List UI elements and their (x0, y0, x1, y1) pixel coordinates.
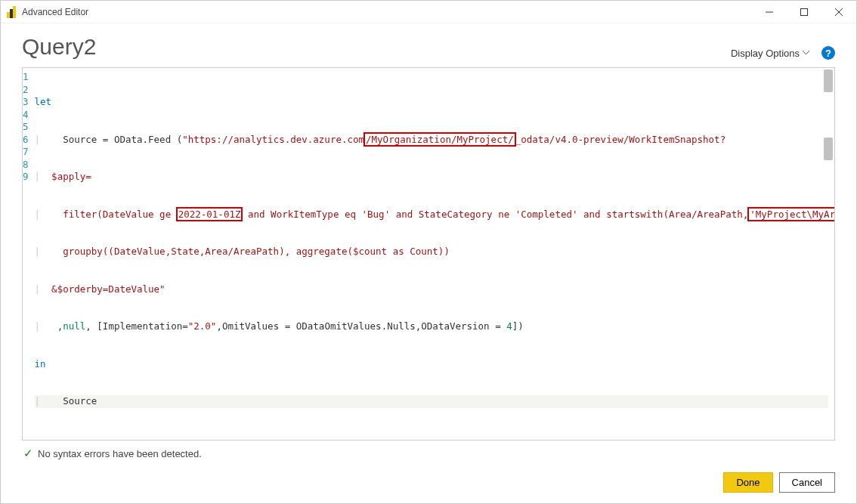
url-org-project-highlight: /MyOrganization/MyProject/ (364, 132, 516, 147)
header-row: Query2 Display Options ? (22, 34, 835, 60)
title-bar: Advanced Editor (1, 1, 856, 23)
window-title: Advanced Editor (22, 7, 88, 17)
code-editor[interactable]: 1 2 3 4 5 6 7 8 9 let | Source = OData.F… (22, 67, 835, 441)
minimize-button[interactable] (752, 1, 787, 23)
done-button[interactable]: Done (723, 472, 772, 493)
display-options-dropdown[interactable]: Display Options (731, 48, 809, 59)
app-icon (7, 6, 16, 18)
editor-scrollbar[interactable] (822, 70, 833, 438)
display-options-label: Display Options (731, 48, 800, 59)
status-text: No syntax errors have been detected. (38, 448, 202, 459)
svg-rect-1 (801, 8, 808, 15)
maximize-button[interactable] (787, 1, 821, 23)
syntax-status: ✓ No syntax errors have been detected. (22, 441, 835, 468)
code-content[interactable]: let | Source = OData.Feed ("https://anal… (35, 68, 835, 440)
page-title: Query2 (22, 34, 96, 60)
date-highlight: 2022-01-01Z (176, 207, 243, 221)
footer-buttons: Done Cancel (22, 468, 835, 493)
window-controls (752, 1, 856, 23)
line-number-gutter: 1 2 3 4 5 6 7 8 9 (23, 68, 35, 440)
cancel-button[interactable]: Cancel (779, 472, 835, 493)
check-icon: ✓ (23, 447, 33, 460)
chevron-down-icon (803, 51, 809, 55)
close-button[interactable] (821, 1, 856, 23)
help-icon[interactable]: ? (821, 46, 835, 60)
